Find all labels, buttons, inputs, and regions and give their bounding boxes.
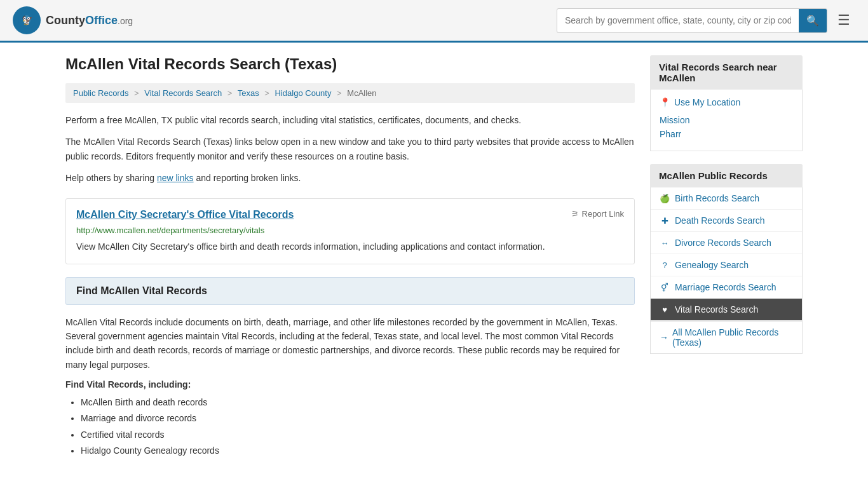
question-icon: ? — [660, 261, 670, 270]
list-item: McAllen Birth and death records — [81, 395, 635, 410]
sidebar-nearby-content: 📍 Use My Location Mission Pharr — [650, 90, 803, 151]
breadcrumb-sep-1: > — [134, 88, 139, 98]
site-header: 🦅 CountyOffice.org 🔍 ☰ — [0, 0, 868, 43]
breadcrumb-vital-records[interactable]: Vital Records Search — [144, 88, 222, 98]
sidebar-item-vital-records[interactable]: ♥ Vital Records Search — [651, 299, 802, 321]
svg-point-5 — [24, 18, 25, 19]
logo-text: CountyOffice.org — [46, 14, 133, 27]
report-link-btn[interactable]: ⚞ Report Link — [571, 209, 624, 219]
link-card-url[interactable]: http://www.mcallen.net/departments/secre… — [76, 226, 624, 235]
sidebar-records-section: McAllen Public Records 🍏 Birth Records S… — [650, 164, 803, 354]
sidebar-nearby-section: Vital Records Search near McAllen 📍 Use … — [650, 55, 803, 151]
breadcrumb-sep-2: > — [227, 88, 233, 98]
content-area: McAllen Vital Records Search (Texas) Pub… — [65, 55, 635, 459]
find-section-description: McAllen Vital Records include documents … — [65, 315, 635, 372]
list-item: Hidalgo County Genealogy records — [81, 443, 635, 459]
arrow-right-icon: → — [660, 332, 668, 342]
svg-point-2 — [23, 15, 31, 24]
heart-icon: ♥ — [660, 305, 670, 315]
svg-point-6 — [28, 18, 29, 19]
breadcrumb-sep-3: > — [264, 88, 269, 98]
sidebar-item-death-records[interactable]: ✚ Death Records Search — [651, 210, 802, 232]
logo-icon: 🦅 — [13, 6, 41, 34]
description-para3: Help others by sharing new links and rep… — [65, 171, 635, 185]
search-button[interactable]: 🔍 — [799, 9, 827, 32]
link-card-desc: View McAllen City Secretary's office bir… — [76, 240, 624, 254]
nearby-link-mission[interactable]: Mission — [660, 115, 793, 125]
breadcrumb: Public Records > Vital Records Search > … — [65, 83, 635, 103]
sidebar-item-genealogy[interactable]: ? Genealogy Search — [651, 254, 802, 276]
link-card-header: McAllen City Secretary's Office Vital Re… — [76, 209, 624, 220]
location-icon: 📍 — [660, 97, 670, 107]
wrench-icon: ⚞ — [571, 209, 579, 219]
description-para2: The McAllen Vital Records Search (Texas)… — [65, 135, 635, 163]
gender-icon: ⚥ — [660, 283, 670, 292]
sidebar: Vital Records Search near McAllen 📍 Use … — [650, 55, 803, 459]
sidebar-item-birth-records[interactable]: 🍏 Birth Records Search — [651, 187, 802, 210]
search-box: 🔍 — [557, 8, 827, 33]
search-icon: 🔍 — [806, 15, 819, 26]
breadcrumb-texas[interactable]: Texas — [238, 88, 259, 98]
sidebar-records-list: 🍏 Birth Records Search ✚ Death Records S… — [650, 187, 803, 354]
page-title: McAllen Vital Records Search (Texas) — [65, 55, 635, 73]
list-item: Marriage and divorce records — [81, 410, 635, 426]
menu-button[interactable]: ☰ — [832, 10, 855, 31]
sidebar-nearby-header: Vital Records Search near McAllen — [650, 55, 803, 90]
search-input[interactable] — [557, 10, 799, 30]
description-para1: Perform a free McAllen, TX public vital … — [65, 113, 635, 127]
nearby-link-pharr[interactable]: Pharr — [660, 129, 793, 139]
breadcrumb-mcallen: McAllen — [347, 88, 376, 98]
find-including-label: Find Vital Records, including: — [65, 379, 635, 390]
sidebar-item-divorce-records[interactable]: ↔ Divorce Records Search — [651, 232, 802, 254]
sidebar-item-marriage-records[interactable]: ⚥ Marriage Records Search — [651, 276, 802, 299]
person-icon: 🍏 — [660, 194, 670, 203]
list-item: Certified vital records — [81, 427, 635, 443]
sidebar-records-header: McAllen Public Records — [650, 164, 803, 187]
link-card-title[interactable]: McAllen City Secretary's Office Vital Re… — [76, 209, 294, 220]
find-list: McAllen Birth and death records Marriage… — [65, 395, 635, 459]
hamburger-icon: ☰ — [837, 12, 850, 28]
cross-icon: ✚ — [660, 216, 670, 226]
use-my-location-btn[interactable]: 📍 Use My Location — [660, 97, 740, 107]
link-card: McAllen City Secretary's Office Vital Re… — [65, 198, 635, 264]
new-links-link[interactable]: new links — [157, 173, 194, 183]
main-container: McAllen Vital Records Search (Texas) Pub… — [53, 43, 815, 471]
arrows-icon: ↔ — [660, 238, 670, 248]
find-section-header: Find McAllen Vital Records — [65, 277, 635, 305]
breadcrumb-public-records[interactable]: Public Records — [73, 88, 128, 98]
logo-area: 🦅 CountyOffice.org — [13, 6, 133, 34]
sidebar-all-records-link[interactable]: → All McAllen Public Records (Texas) — [651, 321, 802, 353]
search-area: 🔍 ☰ — [557, 8, 855, 33]
breadcrumb-hidalgo[interactable]: Hidalgo County — [275, 88, 332, 98]
breadcrumb-sep-4: > — [337, 88, 342, 98]
